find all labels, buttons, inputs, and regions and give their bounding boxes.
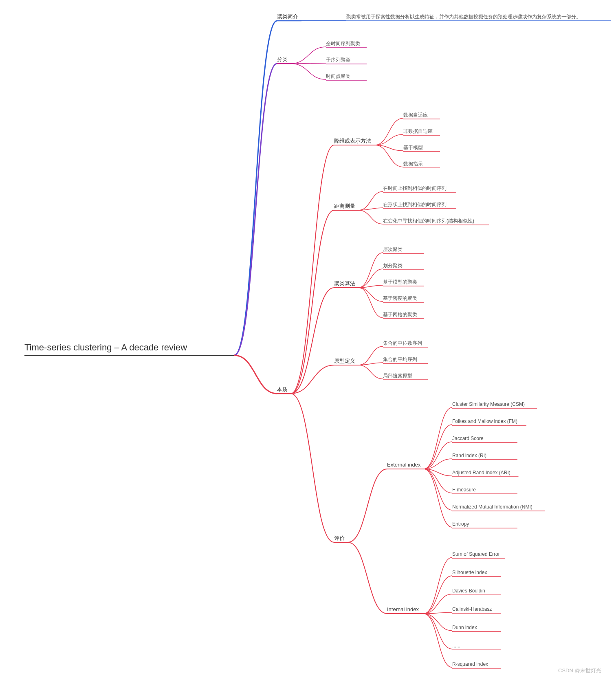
internal-leaf-5: ...... [452, 643, 460, 649]
external-leaf-1: Folkes and Mallow index (FM) [452, 418, 517, 424]
branch-curve [234, 21, 277, 355]
dimred-leaf-2: 基于模型 [403, 145, 423, 150]
proto-leaf-2: 局部搜索原型 [383, 373, 412, 379]
branch-curve [375, 134, 403, 145]
branch-curve [359, 192, 383, 210]
internal-leaf-0: Sum of Squared Error [452, 551, 500, 557]
intro-desc: 聚类常被用于探索性数据分析以生成特征，并作为其他数据挖掘任务的预处理步骤或作为复… [346, 14, 581, 20]
branch-curve [359, 208, 383, 210]
algo-leaf-2: 基于模型的聚类 [383, 279, 417, 285]
distance-leaf-2: 在变化中寻找相似的时间序列(结构相似性) [383, 218, 474, 224]
node-distance: 距离测量 [334, 203, 355, 209]
branch-curve [359, 269, 383, 288]
branch-curve [291, 394, 334, 542]
branch-curve [359, 288, 383, 302]
branch-curve [348, 542, 387, 614]
external-leaf-7: Entropy [452, 521, 469, 527]
branch-curve [291, 47, 326, 64]
branch-curve [359, 365, 383, 379]
external-leaf-5: F-measure [452, 487, 476, 493]
proto-leaf-1: 集合的平均序列 [383, 357, 417, 362]
node-essence: 本质 [277, 386, 288, 392]
branch-curve [424, 425, 452, 469]
node-intro: 聚类简介 [277, 13, 298, 20]
algo-leaf-3: 基于密度的聚类 [383, 295, 417, 301]
internal-leaf-6: R-squared index [452, 661, 488, 667]
internal-leaf-1: Silhouette index [452, 570, 487, 575]
internal-leaf-4: Dunn index [452, 625, 477, 630]
algo-leaf-0: 层次聚类 [383, 247, 403, 252]
proto-leaf-0: 集合的中位数序列 [383, 340, 422, 346]
category-leaf-1: 子序列聚类 [326, 57, 350, 63]
node-eval: 评价 [334, 535, 345, 541]
branch-curve [359, 346, 383, 365]
branch-curve [424, 469, 452, 527]
branch-curve [234, 64, 277, 355]
branch-curve [424, 614, 452, 631]
node-dimred: 降维或表示方法 [334, 138, 371, 144]
distance-leaf-0: 在时间上找到相似的时间序列 [383, 185, 447, 191]
branch-curve [424, 557, 452, 614]
branch-curve [424, 594, 452, 614]
node-internal: Internal index [387, 606, 419, 612]
watermark: CSDN @末世灯光 [558, 667, 601, 674]
branch-curve [375, 118, 403, 145]
branch-curve [359, 210, 383, 224]
branch-curve [291, 64, 326, 79]
branch-curve [359, 363, 383, 365]
node-external: External index [387, 462, 421, 468]
category-leaf-2: 时间点聚类 [326, 73, 350, 79]
internal-leaf-3: Calinski-Harabasz [452, 606, 492, 612]
external-leaf-4: Adjusted Rand Index (ARI) [452, 470, 510, 475]
category-leaf-0: 全时间序列聚类 [326, 41, 360, 46]
branch-curve [424, 407, 452, 469]
external-leaf-0: Cluster Similarity Measure (CSM) [452, 401, 525, 407]
node-algo: 聚类算法 [334, 280, 355, 286]
distance-leaf-1: 在形状上找到相似的时间序列 [383, 202, 447, 207]
external-leaf-2: Jaccard Score [452, 436, 484, 441]
root-node: Time-series clustering – A decade review [24, 342, 187, 352]
dimred-leaf-0: 数据自适应 [403, 112, 428, 118]
dimred-leaf-3: 数据指示 [403, 161, 423, 167]
dimred-leaf-1: 非数据自适应 [403, 128, 433, 134]
external-leaf-3: Rand index (RI) [452, 453, 486, 458]
branch-curve [348, 469, 387, 542]
node-proto: 原型定义 [334, 358, 355, 364]
branch-curve [424, 614, 452, 667]
node-category: 分类 [277, 56, 288, 62]
branch-curve [424, 469, 452, 510]
branch-curve [375, 145, 403, 167]
mindmap-canvas: Time-series clustering – A decade review… [0, 0, 616, 678]
branch-curve [424, 614, 452, 649]
algo-leaf-4: 基于网格的聚类 [383, 312, 417, 317]
external-leaf-6: Normalized Mutual Information (NMI) [452, 504, 532, 510]
branch-curve [234, 355, 277, 394]
algo-leaf-1: 划分聚类 [383, 263, 403, 269]
branch-curve [424, 442, 452, 469]
branch-curve [359, 253, 383, 288]
internal-leaf-2: Davies-Bouldin [452, 588, 485, 594]
branch-curve [291, 145, 334, 394]
branch-curve [359, 288, 383, 318]
